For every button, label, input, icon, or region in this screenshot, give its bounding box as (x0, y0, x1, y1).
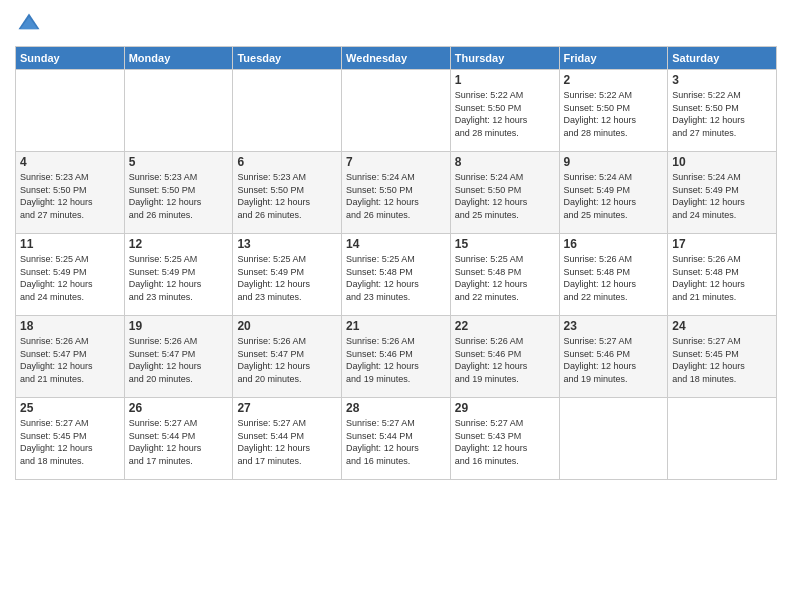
day-info: Sunrise: 5:27 AM Sunset: 5:44 PM Dayligh… (346, 417, 446, 467)
calendar-cell: 28Sunrise: 5:27 AM Sunset: 5:44 PM Dayli… (342, 398, 451, 480)
calendar-cell: 27Sunrise: 5:27 AM Sunset: 5:44 PM Dayli… (233, 398, 342, 480)
calendar-cell: 22Sunrise: 5:26 AM Sunset: 5:46 PM Dayli… (450, 316, 559, 398)
day-number: 25 (20, 401, 120, 415)
day-number: 12 (129, 237, 229, 251)
day-info: Sunrise: 5:27 AM Sunset: 5:46 PM Dayligh… (564, 335, 664, 385)
day-info: Sunrise: 5:22 AM Sunset: 5:50 PM Dayligh… (672, 89, 772, 139)
day-info: Sunrise: 5:25 AM Sunset: 5:48 PM Dayligh… (346, 253, 446, 303)
day-number: 27 (237, 401, 337, 415)
calendar-cell: 24Sunrise: 5:27 AM Sunset: 5:45 PM Dayli… (668, 316, 777, 398)
day-number: 18 (20, 319, 120, 333)
day-number: 19 (129, 319, 229, 333)
weekday-header-row: SundayMondayTuesdayWednesdayThursdayFrid… (16, 47, 777, 70)
day-info: Sunrise: 5:24 AM Sunset: 5:50 PM Dayligh… (346, 171, 446, 221)
day-number: 20 (237, 319, 337, 333)
day-number: 15 (455, 237, 555, 251)
day-info: Sunrise: 5:22 AM Sunset: 5:50 PM Dayligh… (564, 89, 664, 139)
day-info: Sunrise: 5:27 AM Sunset: 5:45 PM Dayligh… (672, 335, 772, 385)
calendar-cell: 19Sunrise: 5:26 AM Sunset: 5:47 PM Dayli… (124, 316, 233, 398)
calendar-cell: 26Sunrise: 5:27 AM Sunset: 5:44 PM Dayli… (124, 398, 233, 480)
day-info: Sunrise: 5:27 AM Sunset: 5:44 PM Dayligh… (237, 417, 337, 467)
day-info: Sunrise: 5:26 AM Sunset: 5:46 PM Dayligh… (455, 335, 555, 385)
calendar-cell: 20Sunrise: 5:26 AM Sunset: 5:47 PM Dayli… (233, 316, 342, 398)
calendar-cell (124, 70, 233, 152)
day-info: Sunrise: 5:24 AM Sunset: 5:49 PM Dayligh… (564, 171, 664, 221)
calendar-cell: 21Sunrise: 5:26 AM Sunset: 5:46 PM Dayli… (342, 316, 451, 398)
day-number: 11 (20, 237, 120, 251)
logo-icon (15, 10, 43, 38)
day-number: 17 (672, 237, 772, 251)
day-info: Sunrise: 5:25 AM Sunset: 5:48 PM Dayligh… (455, 253, 555, 303)
calendar-week-5: 25Sunrise: 5:27 AM Sunset: 5:45 PM Dayli… (16, 398, 777, 480)
day-info: Sunrise: 5:27 AM Sunset: 5:45 PM Dayligh… (20, 417, 120, 467)
day-info: Sunrise: 5:23 AM Sunset: 5:50 PM Dayligh… (20, 171, 120, 221)
day-info: Sunrise: 5:26 AM Sunset: 5:47 PM Dayligh… (129, 335, 229, 385)
day-info: Sunrise: 5:26 AM Sunset: 5:47 PM Dayligh… (20, 335, 120, 385)
day-number: 28 (346, 401, 446, 415)
calendar-cell (559, 398, 668, 480)
weekday-header-saturday: Saturday (668, 47, 777, 70)
calendar-cell: 18Sunrise: 5:26 AM Sunset: 5:47 PM Dayli… (16, 316, 125, 398)
calendar-body: 1Sunrise: 5:22 AM Sunset: 5:50 PM Daylig… (16, 70, 777, 480)
day-number: 21 (346, 319, 446, 333)
day-number: 9 (564, 155, 664, 169)
day-number: 14 (346, 237, 446, 251)
day-number: 3 (672, 73, 772, 87)
calendar-cell: 4Sunrise: 5:23 AM Sunset: 5:50 PM Daylig… (16, 152, 125, 234)
header (15, 10, 777, 38)
calendar-cell: 1Sunrise: 5:22 AM Sunset: 5:50 PM Daylig… (450, 70, 559, 152)
calendar-cell: 9Sunrise: 5:24 AM Sunset: 5:49 PM Daylig… (559, 152, 668, 234)
day-number: 26 (129, 401, 229, 415)
day-number: 23 (564, 319, 664, 333)
calendar-cell: 15Sunrise: 5:25 AM Sunset: 5:48 PM Dayli… (450, 234, 559, 316)
weekday-header-tuesday: Tuesday (233, 47, 342, 70)
weekday-header-wednesday: Wednesday (342, 47, 451, 70)
day-info: Sunrise: 5:27 AM Sunset: 5:43 PM Dayligh… (455, 417, 555, 467)
day-info: Sunrise: 5:24 AM Sunset: 5:49 PM Dayligh… (672, 171, 772, 221)
day-info: Sunrise: 5:26 AM Sunset: 5:48 PM Dayligh… (564, 253, 664, 303)
calendar-cell (342, 70, 451, 152)
day-info: Sunrise: 5:23 AM Sunset: 5:50 PM Dayligh… (237, 171, 337, 221)
calendar-week-1: 1Sunrise: 5:22 AM Sunset: 5:50 PM Daylig… (16, 70, 777, 152)
day-info: Sunrise: 5:26 AM Sunset: 5:47 PM Dayligh… (237, 335, 337, 385)
day-info: Sunrise: 5:25 AM Sunset: 5:49 PM Dayligh… (237, 253, 337, 303)
calendar-week-4: 18Sunrise: 5:26 AM Sunset: 5:47 PM Dayli… (16, 316, 777, 398)
logo (15, 10, 47, 38)
calendar-cell: 6Sunrise: 5:23 AM Sunset: 5:50 PM Daylig… (233, 152, 342, 234)
day-number: 6 (237, 155, 337, 169)
day-number: 8 (455, 155, 555, 169)
day-number: 24 (672, 319, 772, 333)
calendar-cell: 11Sunrise: 5:25 AM Sunset: 5:49 PM Dayli… (16, 234, 125, 316)
weekday-header-sunday: Sunday (16, 47, 125, 70)
calendar-cell: 5Sunrise: 5:23 AM Sunset: 5:50 PM Daylig… (124, 152, 233, 234)
calendar-week-3: 11Sunrise: 5:25 AM Sunset: 5:49 PM Dayli… (16, 234, 777, 316)
calendar-cell: 12Sunrise: 5:25 AM Sunset: 5:49 PM Dayli… (124, 234, 233, 316)
calendar-cell: 14Sunrise: 5:25 AM Sunset: 5:48 PM Dayli… (342, 234, 451, 316)
day-number: 29 (455, 401, 555, 415)
day-info: Sunrise: 5:26 AM Sunset: 5:46 PM Dayligh… (346, 335, 446, 385)
weekday-header-friday: Friday (559, 47, 668, 70)
calendar-cell: 3Sunrise: 5:22 AM Sunset: 5:50 PM Daylig… (668, 70, 777, 152)
calendar-cell: 16Sunrise: 5:26 AM Sunset: 5:48 PM Dayli… (559, 234, 668, 316)
day-number: 4 (20, 155, 120, 169)
calendar-cell: 29Sunrise: 5:27 AM Sunset: 5:43 PM Dayli… (450, 398, 559, 480)
calendar-cell: 8Sunrise: 5:24 AM Sunset: 5:50 PM Daylig… (450, 152, 559, 234)
weekday-header-thursday: Thursday (450, 47, 559, 70)
calendar-cell: 17Sunrise: 5:26 AM Sunset: 5:48 PM Dayli… (668, 234, 777, 316)
calendar-week-2: 4Sunrise: 5:23 AM Sunset: 5:50 PM Daylig… (16, 152, 777, 234)
calendar-cell: 25Sunrise: 5:27 AM Sunset: 5:45 PM Dayli… (16, 398, 125, 480)
day-info: Sunrise: 5:22 AM Sunset: 5:50 PM Dayligh… (455, 89, 555, 139)
day-info: Sunrise: 5:25 AM Sunset: 5:49 PM Dayligh… (20, 253, 120, 303)
calendar-cell: 10Sunrise: 5:24 AM Sunset: 5:49 PM Dayli… (668, 152, 777, 234)
day-number: 22 (455, 319, 555, 333)
day-info: Sunrise: 5:23 AM Sunset: 5:50 PM Dayligh… (129, 171, 229, 221)
day-info: Sunrise: 5:27 AM Sunset: 5:44 PM Dayligh… (129, 417, 229, 467)
calendar-cell: 2Sunrise: 5:22 AM Sunset: 5:50 PM Daylig… (559, 70, 668, 152)
day-info: Sunrise: 5:24 AM Sunset: 5:50 PM Dayligh… (455, 171, 555, 221)
day-number: 10 (672, 155, 772, 169)
calendar-cell: 13Sunrise: 5:25 AM Sunset: 5:49 PM Dayli… (233, 234, 342, 316)
calendar-cell (668, 398, 777, 480)
calendar-cell (233, 70, 342, 152)
day-info: Sunrise: 5:26 AM Sunset: 5:48 PM Dayligh… (672, 253, 772, 303)
calendar-cell (16, 70, 125, 152)
